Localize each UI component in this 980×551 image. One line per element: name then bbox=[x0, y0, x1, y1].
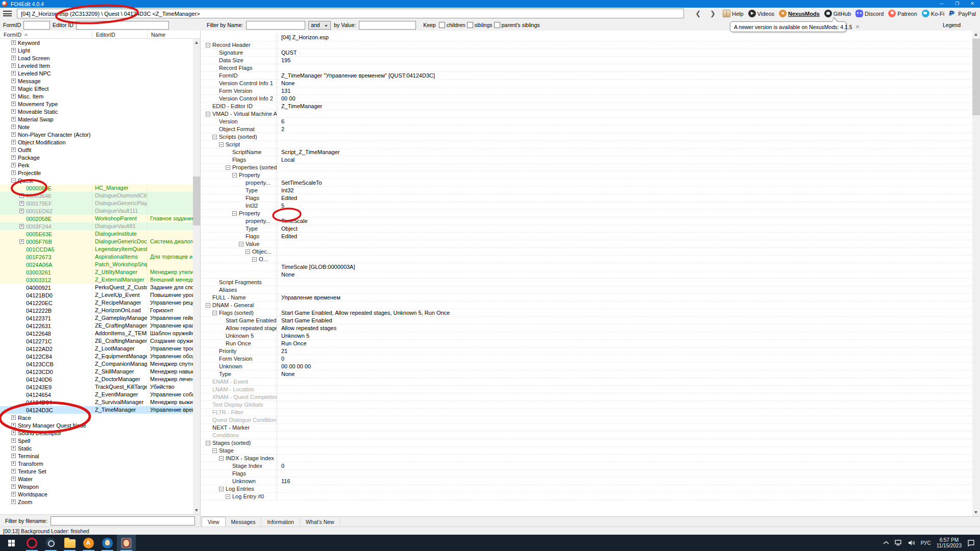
collapse-icon[interactable]: − bbox=[206, 43, 210, 47]
tree-category-row[interactable]: +Misc. Item bbox=[0, 92, 193, 100]
taskbar-app-fallout4[interactable] bbox=[98, 535, 117, 551]
detail-value-cell[interactable]: 0 bbox=[277, 463, 972, 469]
detail-value-cell[interactable]: Edited bbox=[277, 233, 972, 239]
taskbar-app-fo4edit[interactable] bbox=[117, 535, 136, 551]
detail-row[interactable]: −Stages (sorted) bbox=[201, 439, 972, 447]
column-header-editorid[interactable]: EditorID bbox=[92, 31, 148, 38]
detail-value-cell[interactable]: 131 bbox=[277, 88, 972, 94]
detail-value-cell[interactable]: Unknown 5 bbox=[277, 333, 972, 339]
tree-category-row[interactable]: +Transform bbox=[0, 460, 193, 467]
collapse-icon[interactable]: − bbox=[232, 211, 237, 216]
paypal-link[interactable]: PayPal bbox=[949, 10, 976, 17]
network-icon[interactable] bbox=[895, 540, 902, 546]
detail-row[interactable]: Record Flags bbox=[201, 64, 972, 72]
quest-record-row[interactable]: 04122371Z_GameplayManagerУправление гейм… bbox=[0, 314, 193, 322]
tree-category-row[interactable]: +Sound Descriptor bbox=[0, 429, 193, 437]
detail-value-cell[interactable]: QUST bbox=[277, 49, 972, 56]
tree-scrollbar[interactable] bbox=[193, 39, 200, 514]
tab-information[interactable]: Information bbox=[261, 517, 300, 527]
detail-row[interactable]: Version Control Info 200 00 bbox=[201, 95, 972, 103]
expand-icon[interactable]: + bbox=[11, 63, 16, 68]
column-header-name[interactable]: Name bbox=[148, 31, 200, 38]
expand-icon[interactable]: + bbox=[11, 163, 16, 167]
detail-value-cell[interactable]: TimeScale bbox=[277, 218, 972, 224]
expand-icon[interactable]: + bbox=[11, 155, 16, 160]
language-indicator[interactable]: РУС bbox=[921, 540, 931, 546]
detail-value-cell[interactable]: Start Game Enabled, Allow repeated stage… bbox=[277, 310, 972, 316]
detail-row[interactable]: FLTR - Filter bbox=[201, 409, 972, 416]
expand-icon[interactable]: + bbox=[11, 170, 16, 175]
tree-category-row[interactable]: +Light bbox=[0, 46, 193, 54]
detail-row[interactable]: XNAM - Quest Completion XP bbox=[201, 393, 972, 401]
checkbox-parent-s-siblings[interactable] bbox=[494, 22, 500, 28]
detail-value-cell[interactable]: None bbox=[277, 80, 972, 86]
tree-category-row[interactable]: +Perk bbox=[0, 161, 193, 169]
expand-icon[interactable]: + bbox=[11, 124, 16, 129]
quest-record-row[interactable]: 0412222BZ_HorizonOnLoadГоризонт bbox=[0, 307, 193, 314]
detail-value-cell[interactable]: Object bbox=[277, 226, 972, 232]
quest-record-row[interactable]: 0002058EWorkshopParentГлавное задание ..… bbox=[0, 215, 193, 222]
expand-icon[interactable]: + bbox=[11, 94, 16, 98]
detail-row[interactable]: TimeScale [GLOB:0000003A] bbox=[201, 263, 972, 271]
tab-view[interactable]: View bbox=[202, 517, 226, 527]
kofi-link[interactable]: Ko-Fi bbox=[922, 10, 944, 17]
detail-value-cell[interactable]: Z_TimeManager "Управление временем" [QUS… bbox=[277, 72, 972, 79]
nexusmods-link[interactable]: NexusMods bbox=[779, 10, 820, 17]
expand-icon[interactable]: + bbox=[11, 109, 16, 114]
quest-record-row[interactable]: 041240D6Z_DoctorManagerМенеджер лечения bbox=[0, 375, 193, 383]
detail-row[interactable]: Script Fragments bbox=[201, 279, 972, 286]
clock[interactable]: 6:57 PM 11/15/2023 bbox=[937, 537, 962, 548]
detail-row[interactable]: −Value bbox=[201, 240, 972, 248]
detail-row[interactable]: −INDX - Stage Index bbox=[201, 455, 972, 462]
tree-category-row[interactable]: +Projectile bbox=[0, 169, 193, 177]
collapse-icon[interactable]: − bbox=[246, 249, 250, 254]
collapse-icon[interactable]: − bbox=[206, 441, 210, 445]
quest-record-row[interactable]: +00003648DialogueDiamondCity bbox=[0, 192, 193, 199]
detail-row[interactable]: −Property bbox=[201, 210, 972, 217]
quest-record-row[interactable]: 04123CD0Z_SkillManagerМенеджер навык... bbox=[0, 368, 193, 375]
filename-filter-input[interactable] bbox=[51, 516, 195, 525]
collapse-icon[interactable]: − bbox=[226, 165, 230, 170]
detail-row[interactable]: Object Format2 bbox=[201, 126, 972, 133]
detail-value-cell[interactable]: Z_TimeManager bbox=[277, 103, 972, 109]
scroll-down-icon[interactable] bbox=[193, 507, 200, 514]
detail-value-cell[interactable]: 00 00 bbox=[277, 95, 972, 102]
tree-category-row[interactable]: +Texture Set bbox=[0, 467, 193, 475]
expand-icon[interactable]: + bbox=[11, 461, 16, 466]
and-or-select[interactable]: and bbox=[308, 21, 331, 30]
notification-close-icon[interactable]: ✕ bbox=[852, 24, 860, 30]
tree-category-row[interactable]: +Zoom bbox=[0, 498, 193, 506]
forward-button[interactable]: ❯ bbox=[710, 9, 716, 18]
detail-row[interactable]: −Log Entry #0 bbox=[201, 493, 972, 500]
detail-scrollbar-thumb[interactable] bbox=[972, 39, 980, 115]
tree-category-row[interactable]: +Magic Effect bbox=[0, 85, 193, 92]
expand-icon[interactable]: + bbox=[11, 102, 16, 106]
tree-category-quest[interactable]: −Quest bbox=[0, 177, 193, 184]
collapse-icon[interactable]: − bbox=[252, 257, 257, 262]
scroll-up-icon[interactable] bbox=[972, 31, 980, 38]
detail-row[interactable]: −Properties (sorted) bbox=[201, 164, 972, 171]
expand-icon[interactable]: + bbox=[11, 147, 16, 152]
formid-input[interactable] bbox=[23, 21, 50, 30]
tree-category-row[interactable]: +Note bbox=[0, 123, 193, 131]
tree-category-row[interactable]: +Story Manager Quest Node bbox=[0, 421, 193, 429]
collapse-icon[interactable]: − bbox=[11, 178, 16, 183]
detail-row[interactable]: Form Version0 bbox=[201, 355, 972, 363]
expand-icon[interactable]: + bbox=[11, 454, 16, 458]
collapse-icon[interactable]: − bbox=[212, 448, 217, 453]
tree-category-row[interactable]: +Race bbox=[0, 414, 193, 421]
detail-value-cell[interactable]: Управление временем bbox=[277, 294, 972, 300]
detail-row[interactable]: Unknown116 bbox=[201, 478, 972, 485]
hamburger-menu-icon[interactable] bbox=[3, 11, 12, 16]
tree-category-row[interactable]: +Outfit bbox=[0, 146, 193, 154]
detail-row[interactable]: Form Version131 bbox=[201, 87, 972, 95]
detail-value-cell[interactable]: 2 bbox=[277, 126, 972, 132]
expand-icon[interactable]: + bbox=[11, 469, 16, 473]
close-button[interactable]: ✕ bbox=[965, 0, 980, 8]
detail-row[interactable]: FlagsEdited bbox=[201, 233, 972, 240]
expand-icon[interactable]: + bbox=[11, 86, 16, 91]
detail-row[interactable]: Run OnceRun Once bbox=[201, 340, 972, 347]
expand-icon[interactable]: + bbox=[11, 132, 16, 137]
quest-record-row[interactable]: 001F2673AspirationalItemsДля торговцев и… bbox=[0, 253, 193, 261]
start-button[interactable] bbox=[0, 535, 22, 551]
